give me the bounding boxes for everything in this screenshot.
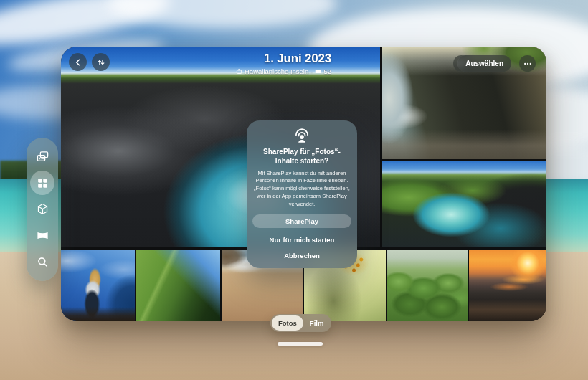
photo-rocky-coast[interactable]	[382, 161, 546, 247]
photo-woman-shore[interactable]	[61, 250, 135, 321]
chevron-left-icon	[73, 57, 83, 67]
photo-sunset[interactable]	[469, 250, 546, 321]
cancel-button[interactable]: Abbrechen	[284, 252, 320, 260]
panorama-icon	[36, 229, 49, 242]
photos-library-icon	[36, 150, 49, 163]
more-button[interactable]	[519, 55, 536, 72]
sort-arrows-icon	[96, 57, 106, 67]
albums-grid-icon	[36, 176, 49, 190]
tab-panoramas[interactable]	[30, 224, 54, 248]
tab-search[interactable]	[30, 250, 54, 275]
dialog-title: SharePlay für „Fotos“-Inhalte starten?	[252, 148, 351, 166]
select-button[interactable]: Auswählen	[457, 55, 511, 72]
view-toggle: Fotos Film	[270, 314, 331, 332]
dialog-body: Mit SharePlay kannst du mit anderen Pers…	[252, 170, 351, 209]
app-tab-bar	[27, 138, 58, 281]
start-for-me-button[interactable]: Nur für mich starten	[270, 236, 335, 244]
back-button[interactable]	[69, 53, 87, 71]
toggle-film[interactable]: Film	[303, 315, 331, 331]
search-icon	[36, 255, 49, 269]
shareplay-dialog: SharePlay für „Fotos“-Inhalte starten? M…	[247, 120, 357, 268]
window-drag-bar[interactable]	[278, 342, 323, 346]
tab-spatial[interactable]	[30, 197, 54, 222]
sort-button[interactable]	[92, 53, 110, 71]
visionos-environment: 1. Juni 2023 Hawaiianische Inseln · 52 A…	[0, 0, 588, 380]
shareplay-start-button[interactable]: SharePlay	[252, 214, 351, 228]
photo-cactus[interactable]	[387, 250, 468, 321]
tab-albums[interactable]	[30, 171, 54, 195]
photo-green-ridge[interactable]	[136, 250, 220, 321]
ellipsis-icon	[523, 59, 533, 69]
spatial-cube-icon	[36, 202, 49, 216]
tab-photos-library[interactable]	[30, 144, 54, 168]
toggle-fotos[interactable]: Fotos	[272, 315, 303, 331]
shareplay-icon	[293, 128, 311, 144]
